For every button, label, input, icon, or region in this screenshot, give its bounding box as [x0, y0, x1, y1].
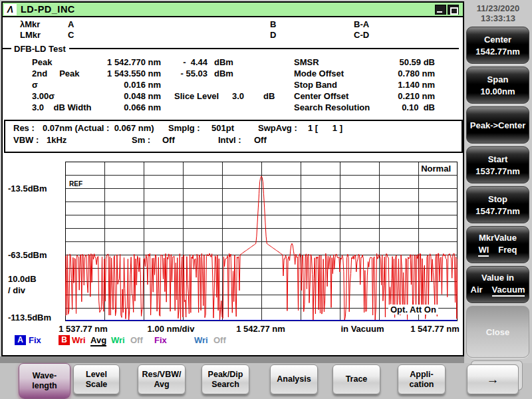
peak-level: - 4.44 — [162, 57, 207, 67]
span-softkey[interactable]: Span 10.00nm — [466, 66, 529, 104]
stop-softkey[interactable]: Stop 1547.77nm — [466, 186, 529, 223]
marker-b-a-label: B-A — [354, 19, 369, 29]
fkey-application-line2: cation — [410, 380, 434, 390]
x-stop-label: 1 547.77 nm — [410, 324, 460, 334]
center-offset-label: Center Offset — [294, 91, 348, 101]
swpavg-label: SwpAvg : — [258, 123, 297, 133]
sm-label: Sm : — [132, 135, 150, 145]
value-in-air-option[interactable]: Air — [471, 285, 483, 295]
trace-e-mode[interactable]: Wri — [194, 335, 208, 345]
trace-b-mode[interactable]: Wri — [72, 335, 86, 345]
trace-a-badge[interactable]: A — [15, 335, 26, 345]
res-label: Res : — [13, 123, 35, 133]
trace-a-mode[interactable]: Fix — [29, 335, 41, 345]
vbw-value: 1kHz — [47, 135, 66, 145]
second-peak-level: - 55.03 — [162, 68, 207, 78]
three-sigma-value: 0.048 nm — [82, 91, 161, 101]
intvl-value: Off — [254, 135, 267, 145]
title-bar: Λ LD-PD_INC — [3, 3, 463, 17]
span-value: 10.00nm — [480, 86, 515, 96]
fkey-peak-dip-search[interactable]: Peak/Dip Search — [201, 364, 249, 394]
fkey-wavelength-line2: length — [32, 381, 57, 391]
peak-to-center-softkey[interactable]: Peak->Center — [466, 106, 529, 144]
anritsu-logo-icon: Λ — [4, 4, 17, 15]
fkey-wavelength[interactable]: Wave- length — [19, 363, 70, 399]
bottom-level-label: -113.5dBm — [8, 313, 51, 323]
fkey-res-vbw-avg[interactable]: Res/VBW/ Avg — [138, 364, 186, 394]
maximize-icon[interactable] — [448, 5, 459, 15]
smsr-label: SMSR — [294, 57, 319, 67]
opt-att-annotation: Opt. Att On — [388, 305, 438, 315]
start-softkey-label: Start — [488, 154, 508, 164]
scale-per-div-label2: / div — [8, 285, 25, 295]
section-title: DFB-LD Test — [11, 44, 69, 54]
second-peak-label: 2nd Peak — [32, 68, 80, 78]
trace-e-state[interactable]: Off — [213, 335, 226, 345]
fkey-analysis-label: Analysis — [277, 374, 311, 384]
fkey-res-vbw-line1: Res/VBW/ — [142, 370, 181, 380]
mkrvalue-label: MkrValue — [479, 233, 517, 243]
x-medium-label: in Vacuum — [340, 324, 384, 334]
mode-offset-value: 0.780 nm — [362, 68, 435, 78]
stop-band-label: Stop Band — [294, 80, 337, 90]
sweep-settings-box: Res : 0.07nm (Actual : 0.067 nm) Smplg :… — [4, 120, 463, 153]
db-width-value: 0.066 nm — [82, 102, 161, 112]
marker-a-label: A — [68, 19, 74, 29]
sweep-mode-annotation: Normal — [395, 164, 451, 174]
peak-to-center-label: Peak->Center — [470, 120, 525, 130]
date: 11/23/2020 — [464, 3, 532, 13]
level-marker-label: LMkr — [20, 30, 41, 40]
trace-b-badge[interactable]: B — [59, 335, 70, 345]
x-div-label: 1.00 nm/div — [148, 324, 195, 334]
fkey-level-scale-line2: Scale — [86, 380, 108, 390]
second-peak-wavelength: 1 543.550 nm — [82, 68, 161, 78]
mkrvalue-wl-option[interactable]: Wl — [478, 245, 489, 257]
fkey-application[interactable]: Appli- cation — [398, 364, 446, 394]
right-arrow-icon: → — [487, 374, 499, 384]
spectrum-plot — [65, 162, 458, 321]
bottom-divider-strip — [0, 356, 464, 363]
lambda-marker-label: λMkr — [20, 19, 40, 29]
value-in-vacuum-option[interactable]: Vacuum — [492, 285, 525, 297]
center-softkey[interactable]: Center 1542.77nm — [466, 27, 529, 64]
sigma-label: σ — [32, 80, 38, 90]
fkey-res-vbw-line2: Avg — [154, 380, 169, 390]
stop-softkey-label: Stop — [488, 194, 507, 204]
fkey-more-pages[interactable]: → — [467, 364, 519, 394]
fkey-trace-label: Trace — [346, 374, 368, 384]
app-title: LD-PD_INC — [21, 4, 75, 15]
peak-wavelength: 1 542.770 nm — [82, 57, 161, 67]
fkey-analysis[interactable]: Analysis — [270, 364, 318, 394]
trace-c-mode[interactable]: Wri — [111, 335, 125, 345]
trace-d-mode[interactable]: Fix — [154, 335, 167, 345]
fkey-level-scale[interactable]: Level Scale — [73, 364, 120, 394]
trace-status-row: A Fix B Wri Avg Wri Off Fix Wri Off — [3, 335, 463, 347]
marker-c-label: C — [68, 30, 74, 40]
start-value: 1537.77nm — [475, 166, 520, 176]
smplg-value: 501pt — [211, 123, 234, 133]
marker-c-d-label: C-D — [354, 30, 369, 40]
center-value: 1542.77nm — [475, 47, 520, 57]
res-value: 0.07nm (Actual : 0.067 nm) — [43, 123, 154, 133]
mode-offset-label: Mode Offset — [294, 68, 344, 78]
intvl-label: Intvl : — [218, 135, 241, 145]
minimize-icon[interactable] — [435, 5, 446, 15]
three-sigma-label: 3.00σ — [32, 91, 55, 101]
peak-level-unit: dBm — [214, 57, 233, 67]
swpavg-value: 1 [ 1 ] — [308, 123, 342, 133]
trace-b-avg[interactable]: Avg — [90, 335, 106, 346]
fkey-peak-dip-line2: Search — [211, 380, 239, 390]
value-in-softkey[interactable]: Value in Air Vacuum — [466, 266, 529, 303]
mkrvalue-freq-option[interactable]: Freq — [498, 245, 517, 255]
sm-value: Off — [162, 135, 175, 145]
mid-level-label: -63.5dBm — [8, 250, 47, 260]
trace-c-state[interactable]: Off — [130, 335, 143, 345]
slice-level-value: 3.0 — [232, 91, 244, 101]
fkey-trace[interactable]: Trace — [332, 364, 380, 394]
close-softkey-label: Close — [486, 327, 509, 337]
close-softkey[interactable]: Close — [466, 306, 529, 358]
marker-d-label: D — [270, 30, 276, 40]
start-softkey[interactable]: Start 1537.77nm — [466, 146, 529, 184]
mkrvalue-softkey[interactable]: MkrValue Wl Freq — [466, 226, 529, 263]
stop-value: 1547.77nm — [475, 206, 520, 216]
